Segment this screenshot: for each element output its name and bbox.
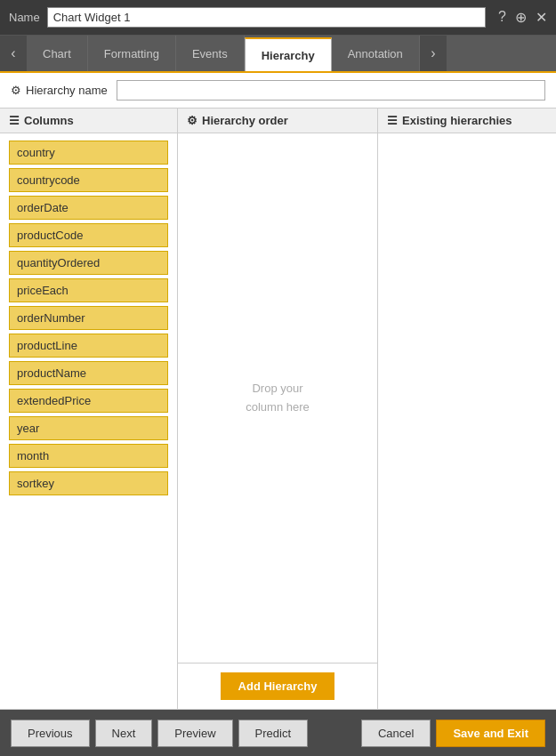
- cancel-button[interactable]: Cancel: [361, 720, 431, 747]
- list-item[interactable]: sortkey: [9, 471, 168, 495]
- move-icon[interactable]: ⊕: [515, 9, 527, 26]
- list-item[interactable]: month: [9, 444, 168, 468]
- list-item[interactable]: productLine: [9, 334, 168, 358]
- columns-area: ☰ Columns countrycountrycodeorderDatepro…: [0, 109, 556, 710]
- list-item[interactable]: priceEach: [9, 278, 168, 302]
- hierarchy-order-header: ⚙ Hierarchy order: [178, 109, 377, 133]
- list-item[interactable]: extendedPrice: [9, 389, 168, 413]
- tab-hierarchy[interactable]: Hierarchy: [245, 37, 332, 71]
- preview-button[interactable]: Preview: [157, 720, 232, 747]
- tab-prev-nav[interactable]: ‹: [0, 36, 27, 71]
- tab-prev-icon: ‹: [11, 45, 15, 61]
- hierarchy-order-icon: ⚙: [187, 114, 197, 127]
- tab-next-icon: ›: [431, 45, 435, 61]
- existing-hierarchies-header: ☰ Existing hierarchies: [378, 109, 556, 133]
- list-item[interactable]: orderDate: [9, 196, 168, 220]
- columns-icon: ☰: [9, 114, 20, 127]
- hierarchy-drop-zone[interactable]: Drop yourcolumn here: [178, 133, 377, 663]
- list-item[interactable]: country: [9, 141, 168, 165]
- add-hierarchy-row: Add Hierarchy: [178, 663, 377, 709]
- hierarchy-order-panel: ⚙ Hierarchy order Drop yourcolumn here A…: [178, 109, 378, 709]
- title-bar-icons: ? ⊕ ✕: [498, 9, 547, 26]
- title-bar: Name ? ⊕ ✕: [0, 0, 556, 36]
- help-icon[interactable]: ?: [498, 9, 506, 26]
- drop-zone-text: Drop yourcolumn here: [246, 380, 310, 417]
- previous-button[interactable]: Previous: [11, 720, 90, 747]
- hierarchy-name-input[interactable]: [117, 80, 545, 101]
- list-item[interactable]: countrycode: [9, 168, 168, 192]
- name-label: Name: [9, 11, 40, 24]
- dialog-container: Name ? ⊕ ✕ ‹ Chart Formatting Events Hie…: [0, 0, 556, 756]
- button-bar: Previous Next Preview Predict Cancel Sav…: [0, 710, 556, 756]
- tab-chart[interactable]: Chart: [27, 36, 88, 71]
- hierarchy-name-row: ⚙ Hierarchy name: [0, 73, 556, 109]
- existing-hierarchies-panel: ☰ Existing hierarchies: [378, 109, 556, 709]
- hierarchy-name-label: ⚙ Hierarchy name: [11, 84, 108, 97]
- name-input[interactable]: [47, 7, 486, 28]
- close-icon[interactable]: ✕: [536, 9, 547, 26]
- predict-button[interactable]: Predict: [238, 720, 308, 747]
- next-button[interactable]: Next: [95, 720, 153, 747]
- tab-next-nav[interactable]: ›: [420, 36, 447, 71]
- list-item[interactable]: orderNumber: [9, 306, 168, 330]
- tab-events[interactable]: Events: [176, 36, 245, 71]
- add-hierarchy-button[interactable]: Add Hierarchy: [221, 672, 335, 700]
- tab-bar: ‹ Chart Formatting Events Hierarchy Anno…: [0, 36, 556, 73]
- list-item[interactable]: year: [9, 416, 168, 440]
- columns-list: countrycountrycodeorderDateproductCodequ…: [0, 133, 177, 709]
- existing-hierarchies-icon: ☰: [387, 114, 398, 127]
- tab-formatting[interactable]: Formatting: [88, 36, 176, 71]
- list-item[interactable]: productCode: [9, 223, 168, 247]
- save-exit-button[interactable]: Save and Exit: [436, 720, 545, 747]
- main-content: ⚙ Hierarchy name ☰ Columns countrycountr…: [0, 73, 556, 710]
- list-item[interactable]: productName: [9, 361, 168, 385]
- columns-panel: ☰ Columns countrycountrycodeorderDatepro…: [0, 109, 178, 709]
- columns-header: ☰ Columns: [0, 109, 177, 133]
- tab-annotation[interactable]: Annotation: [332, 36, 420, 71]
- hierarchy-icon: ⚙: [11, 84, 21, 97]
- list-item[interactable]: quantityOrdered: [9, 251, 168, 275]
